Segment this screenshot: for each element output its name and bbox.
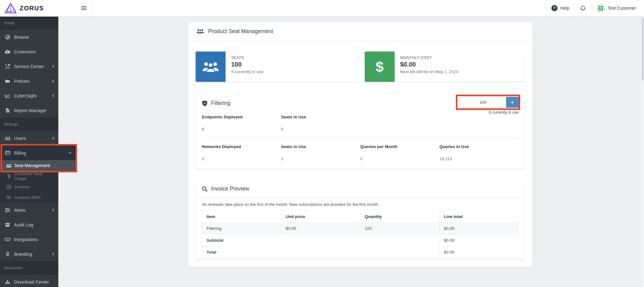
invoice-table: Item Unit price Quantity Line total Filt… xyxy=(202,210,519,258)
page-title: Product Seat Management xyxy=(208,28,273,35)
sidebar-item-label: Customer Seat Usage xyxy=(14,171,55,181)
notifications-button[interactable] xyxy=(575,0,591,16)
sidebar-section-settings: Settings xyxy=(0,118,58,131)
summary-cards: SEATS 100 6 currently in use $ MONTHLY C… xyxy=(196,52,525,82)
monthly-cost-card: $ MONTHLY COST $0.00 Next bill will be o… xyxy=(365,52,525,82)
sidebar-toggle-button[interactable] xyxy=(58,0,91,16)
sidebar-item-integrations[interactable]: Integrations xyxy=(0,232,58,247)
chevron-left-icon xyxy=(52,252,55,256)
sidebar-item-label: Users xyxy=(14,136,26,141)
sidebar-item-branding[interactable]: Branding xyxy=(0,247,58,261)
sidebar-item-label: Policies xyxy=(14,79,30,84)
help-button[interactable]: ? Help xyxy=(545,0,575,16)
network-stats-row: Networks Deployed 0 Seats in Use 0 Queri… xyxy=(202,138,519,161)
chevron-left-icon xyxy=(52,208,55,212)
endpoint-stats-row: Endpoints Deployed 6 Seats in Use 6 xyxy=(202,115,519,138)
sidebar-item-label: Service Center xyxy=(14,64,44,69)
sidebar-item-download-center[interactable]: Download Center xyxy=(0,275,58,287)
filtering-title: Filtering xyxy=(211,100,230,106)
list-box-icon xyxy=(6,185,12,189)
download-icon xyxy=(4,280,11,284)
add-seats-button[interactable]: + xyxy=(506,97,519,108)
sidebar-section-resources: Resources xyxy=(0,261,58,275)
sidebar-item-gradient-msp[interactable]: Gradient MSP xyxy=(0,192,58,203)
invoice-title: Invoice Preview xyxy=(211,186,249,192)
sidebar-item-billing[interactable]: Billing xyxy=(0,146,76,160)
seats-card: SEATS 100 6 currently in use xyxy=(196,52,356,82)
col-unit-price: Unit price xyxy=(281,211,360,223)
sidebar-item-label: Alerts xyxy=(14,208,26,213)
sidebar-item-label: Download Center xyxy=(14,280,49,285)
seats-value: 100 xyxy=(231,61,263,68)
sidebar-item-invoices[interactable]: Invoices xyxy=(0,181,58,192)
sidebar-item-label: Billing xyxy=(14,151,26,156)
sidebar-item-label: CyberSight xyxy=(14,93,37,98)
shield-check-icon xyxy=(202,100,207,106)
users-icon xyxy=(6,164,12,168)
sidebar-item-label: Seat Management xyxy=(14,163,50,168)
brand-name: ZORUS xyxy=(20,5,44,12)
sidebar-item-policies[interactable]: Policies xyxy=(0,74,58,88)
sidebar-item-report-manager[interactable]: Report Manager xyxy=(0,103,58,118)
customer-menu-button[interactable]: Test Customer xyxy=(591,0,644,16)
invoice-total-row: Total $0.00 xyxy=(202,246,519,258)
customer-name: Test Customer xyxy=(608,6,636,11)
sidebar-item-label: Customers xyxy=(14,49,36,54)
sidebar-item-seat-management[interactable]: Seat Management xyxy=(0,160,76,171)
page: ZORUS Portal Browse Customers Service Ce… xyxy=(0,0,644,287)
invoice-note: All renewals take place on the first of … xyxy=(202,202,519,207)
filtering-card: Filtering + 6 currently in use Endpoints… xyxy=(196,94,525,169)
credit-card-icon xyxy=(4,151,11,155)
scrollbar-thumb[interactable] xyxy=(642,18,644,80)
stat-endpoints-deployed: Endpoints Deployed 6 xyxy=(202,115,281,131)
customer-building-icon xyxy=(597,4,605,12)
sidebar-item-service-center[interactable]: Service Center xyxy=(0,59,58,74)
topbar: ? Help Test Customer xyxy=(58,0,644,17)
sidebar-item-browse[interactable]: Browse xyxy=(0,30,58,44)
sidebar-item-cybersight[interactable]: CyberSight xyxy=(0,88,58,103)
main-content: Product Seat Management SEATS 100 6 curr… xyxy=(58,17,644,287)
invoice-subtotal-row: Subtotal $0.00 xyxy=(202,235,519,246)
sidebar-item-alerts[interactable]: Alerts xyxy=(0,203,58,217)
stat-networks-deployed: Networks Deployed 0 xyxy=(202,144,281,161)
sidebar-item-users[interactable]: Users xyxy=(0,131,58,146)
cost-value: $0.00 xyxy=(400,61,458,68)
hamburger-icon xyxy=(81,6,87,10)
users-icon xyxy=(197,29,204,34)
browse-icon xyxy=(4,34,11,40)
chart-line-icon xyxy=(4,94,11,98)
stat-network-seats-in-use: Seats in Use 0 xyxy=(281,144,360,161)
panel-header: Product Seat Management xyxy=(188,22,533,41)
zorus-logo-icon xyxy=(4,2,17,14)
search-icon xyxy=(202,186,207,192)
sidebar-item-customer-seat-usage[interactable]: Customer Seat Usage xyxy=(0,171,58,181)
brand[interactable]: ZORUS xyxy=(0,0,58,17)
chevron-left-icon xyxy=(52,65,55,68)
help-icon: ? xyxy=(551,5,558,11)
sidebar-item-label: Invoices xyxy=(14,185,30,189)
award-icon xyxy=(4,252,11,256)
billing-group: Billing Seat Management Customer Seat Us… xyxy=(0,146,58,203)
total-value: $0.00 xyxy=(439,246,519,258)
chevron-down-icon xyxy=(68,151,72,154)
chevron-left-icon xyxy=(52,79,55,83)
stat-queries-per-month: Queries per Month 0 xyxy=(360,144,440,161)
chevron-left-icon xyxy=(52,94,55,97)
sidebar-item-audit-log[interactable]: Audit Log xyxy=(0,217,58,232)
scrollbar-track[interactable] xyxy=(642,17,644,287)
product-seat-management-panel: Product Seat Management SEATS 100 6 curr… xyxy=(188,22,533,267)
seats-sub: 6 currently in use xyxy=(231,69,263,74)
sidebar-item-customers[interactable]: Customers xyxy=(0,44,58,59)
dollar-icon: $ xyxy=(365,52,395,82)
seat-count-input[interactable] xyxy=(459,97,506,108)
sidebar-item-label: Branding xyxy=(14,252,32,257)
sidebar-item-label: Audit Log xyxy=(14,222,33,227)
sidebar: ZORUS Portal Browse Customers Service Ce… xyxy=(0,0,58,287)
total-label: Total xyxy=(202,246,440,258)
seats-users-icon xyxy=(196,52,226,82)
stat-endpoint-seats-in-use: Seats in Use 6 xyxy=(281,115,360,131)
invoice-preview-card: Invoice Preview All renewals take place … xyxy=(196,180,525,260)
file-chart-icon xyxy=(4,108,11,113)
sidebar-item-label: Report Manager xyxy=(14,108,47,113)
bell-icon xyxy=(580,5,586,11)
